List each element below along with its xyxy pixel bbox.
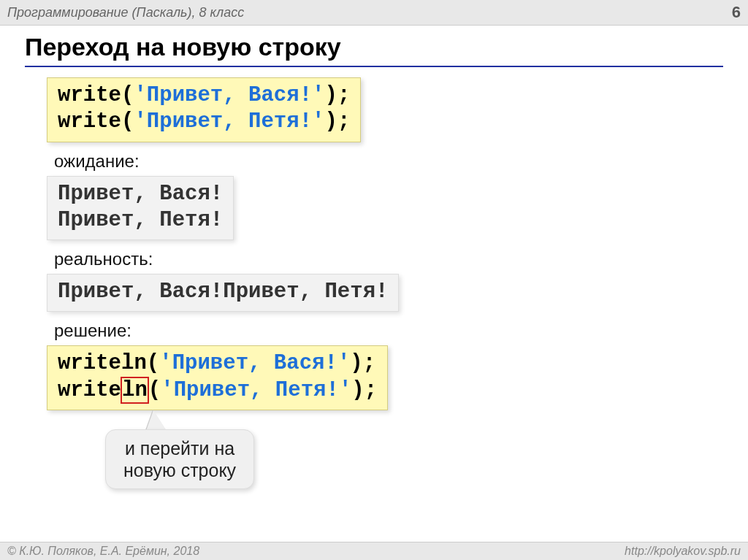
copyright: © К.Ю. Поляков, Е.А. Ерёмин, 2018 bbox=[7, 545, 199, 558]
callout-text: новую строку bbox=[123, 459, 236, 481]
slide-title: Переход на новую строку bbox=[25, 33, 723, 67]
slide-content: Переход на новую строку write('Привет, В… bbox=[0, 26, 748, 489]
keyword-write: write bbox=[58, 378, 121, 402]
close-paren: ) bbox=[324, 83, 337, 107]
code-line: writeln('Привет, Петя!'); bbox=[58, 377, 377, 404]
keyword-write: write bbox=[58, 110, 121, 134]
quote: ' bbox=[134, 83, 146, 107]
quote: ' bbox=[312, 83, 324, 107]
label-expectation: ожидание: bbox=[54, 151, 723, 172]
open-paren: ( bbox=[121, 110, 134, 134]
code-line: write('Привет, Петя!'); bbox=[58, 109, 350, 135]
label-reality: реальность: bbox=[54, 249, 723, 269]
open-paren: ( bbox=[121, 83, 134, 107]
string-literal: Привет, Вася! bbox=[172, 351, 337, 375]
semicolon: ; bbox=[337, 83, 350, 107]
callout-bubble: и перейти на новую строку bbox=[105, 429, 254, 489]
keyword-ln: ln bbox=[121, 351, 147, 375]
semicolon: ; bbox=[363, 351, 375, 375]
quote: ' bbox=[159, 351, 172, 375]
string-literal: Привет, Петя! bbox=[174, 378, 339, 402]
string-literal: Привет, Петя! bbox=[147, 110, 312, 134]
callout-text: и перейти на bbox=[123, 437, 236, 459]
code-block-writeln: writeln('Привет, Вася!'); writeln('Приве… bbox=[47, 345, 388, 410]
course-label: Программирование (Паскаль), 8 класс bbox=[7, 5, 244, 20]
code-line: write('Привет, Вася!'); bbox=[58, 83, 350, 109]
keyword-ln-highlighted: ln bbox=[121, 377, 149, 404]
semicolon: ; bbox=[337, 110, 350, 134]
close-paren: ) bbox=[350, 351, 362, 375]
keyword-write: write bbox=[58, 83, 121, 107]
quote: ' bbox=[312, 110, 324, 134]
page-number: 6 bbox=[732, 3, 741, 22]
keyword-write: write bbox=[58, 351, 121, 375]
callout-pointer-icon bbox=[146, 410, 167, 431]
output-line: Привет, Вася! bbox=[58, 181, 223, 207]
output-line: Привет, Петя! bbox=[58, 207, 223, 234]
output-line: Привет, Вася!Привет, Петя! bbox=[58, 280, 388, 304]
close-paren: ) bbox=[324, 110, 337, 134]
quote: ' bbox=[339, 378, 351, 402]
string-literal: Привет, Вася! bbox=[147, 83, 312, 107]
label-solution: решение: bbox=[54, 321, 723, 341]
code-block-write: write('Привет, Вася!'); write('Привет, П… bbox=[47, 77, 361, 142]
quote: ' bbox=[134, 110, 146, 134]
open-paren: ( bbox=[148, 378, 161, 402]
code-line: writeln('Привет, Вася!'); bbox=[58, 350, 377, 377]
open-paren: ( bbox=[147, 351, 159, 375]
footer-url: http://kpolyakov.spb.ru bbox=[625, 545, 741, 558]
quote: ' bbox=[337, 351, 350, 375]
output-expected: Привет, Вася! Привет, Петя! bbox=[47, 176, 234, 241]
close-paren: ) bbox=[351, 378, 364, 402]
semicolon: ; bbox=[365, 378, 377, 402]
callout-wrapper: и перейти на новую строку bbox=[105, 429, 723, 489]
slide-header: Программирование (Паскаль), 8 класс 6 bbox=[0, 0, 748, 26]
slide-footer: © К.Ю. Поляков, Е.А. Ерёмин, 2018 http:/… bbox=[0, 542, 748, 560]
output-reality: Привет, Вася!Привет, Петя! bbox=[47, 274, 399, 312]
quote: ' bbox=[161, 378, 173, 402]
